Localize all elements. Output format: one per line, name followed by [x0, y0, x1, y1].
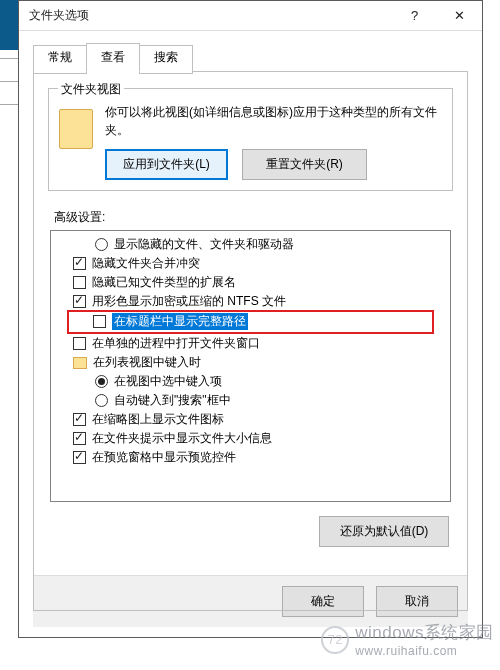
- option-label: 用彩色显示加密或压缩的 NTFS 文件: [92, 293, 286, 310]
- option-row[interactable]: 在预览窗格中显示预览控件: [51, 448, 450, 467]
- option-label: 在标题栏中显示完整路径: [112, 313, 248, 330]
- group-desc: 你可以将此视图(如详细信息或图标)应用于这种类型的所有文件夹。: [105, 103, 442, 139]
- option-row[interactable]: 隐藏已知文件类型的扩展名: [51, 273, 450, 292]
- close-button[interactable]: ✕: [437, 1, 482, 31]
- reset-folders-button[interactable]: 重置文件夹(R): [242, 149, 367, 180]
- radio-icon: [95, 238, 108, 251]
- option-row[interactable]: 显示隐藏的文件、文件夹和驱动器: [51, 235, 450, 254]
- option-label: 在缩略图上显示文件图标: [92, 411, 224, 428]
- option-label: 隐藏文件夹合并冲突: [92, 255, 200, 272]
- advanced-settings-list[interactable]: 显示隐藏的文件、文件夹和驱动器隐藏文件夹合并冲突隐藏已知文件类型的扩展名用彩色显…: [50, 230, 451, 502]
- group-label: 文件夹视图: [58, 81, 124, 98]
- option-row[interactable]: 自动键入到"搜索"框中: [51, 391, 450, 410]
- folder-icon: [59, 109, 93, 149]
- option-label: 隐藏已知文件类型的扩展名: [92, 274, 236, 291]
- checkbox-icon: [73, 337, 86, 350]
- folder-options-dialog: 文件夹选项 ? ✕ 常规 查看 搜索 文件夹视图 你可以将此视图(如详细信息或图…: [18, 0, 483, 638]
- title-bar: 文件夹选项 ? ✕: [19, 1, 482, 31]
- option-row[interactable]: 在文件夹提示中显示文件大小信息: [51, 429, 450, 448]
- dialog-title: 文件夹选项: [29, 7, 392, 24]
- tab-view[interactable]: 查看: [86, 43, 140, 72]
- option-label: 在单独的进程中打开文件夹窗口: [92, 335, 260, 352]
- option-row[interactable]: 在缩略图上显示文件图标: [51, 410, 450, 429]
- option-label: 自动键入到"搜索"框中: [114, 392, 231, 409]
- apply-to-folders-button[interactable]: 应用到文件夹(L): [105, 149, 228, 180]
- checkbox-icon: [73, 432, 86, 445]
- option-row[interactable]: 在单独的进程中打开文件夹窗口: [51, 334, 450, 353]
- option-label: 在列表视图中键入时: [93, 354, 201, 371]
- option-label: 显示隐藏的文件、文件夹和驱动器: [114, 236, 294, 253]
- option-row[interactable]: 隐藏文件夹合并冲突: [51, 254, 450, 273]
- checkbox-icon: [73, 257, 86, 270]
- radio-icon: [95, 394, 108, 407]
- advanced-settings-label: 高级设置:: [54, 209, 449, 226]
- checkbox-icon: [73, 451, 86, 464]
- radio-icon: [95, 375, 108, 388]
- option-row[interactable]: 用彩色显示加密或压缩的 NTFS 文件: [51, 292, 450, 311]
- help-button[interactable]: ?: [392, 1, 437, 31]
- option-row[interactable]: 在视图中选中键入项: [51, 372, 450, 391]
- option-label: 在视图中选中键入项: [114, 373, 222, 390]
- tab-general[interactable]: 常规: [33, 45, 87, 74]
- folder-views-group: 文件夹视图 你可以将此视图(如详细信息或图标)应用于这种类型的所有文件夹。 应用…: [48, 88, 453, 191]
- option-label: 在预览窗格中显示预览控件: [92, 449, 236, 466]
- folder-icon: [73, 357, 87, 369]
- option-row[interactable]: 在标题栏中显示完整路径: [69, 312, 432, 332]
- checkbox-icon: [73, 276, 86, 289]
- restore-defaults-button[interactable]: 还原为默认值(D): [319, 516, 449, 547]
- option-label: 在文件夹提示中显示文件大小信息: [92, 430, 272, 447]
- option-row[interactable]: 在列表视图中键入时: [51, 353, 450, 372]
- tab-search[interactable]: 搜索: [139, 45, 193, 74]
- checkbox-icon: [73, 413, 86, 426]
- checkbox-icon: [93, 315, 106, 328]
- checkbox-icon: [73, 295, 86, 308]
